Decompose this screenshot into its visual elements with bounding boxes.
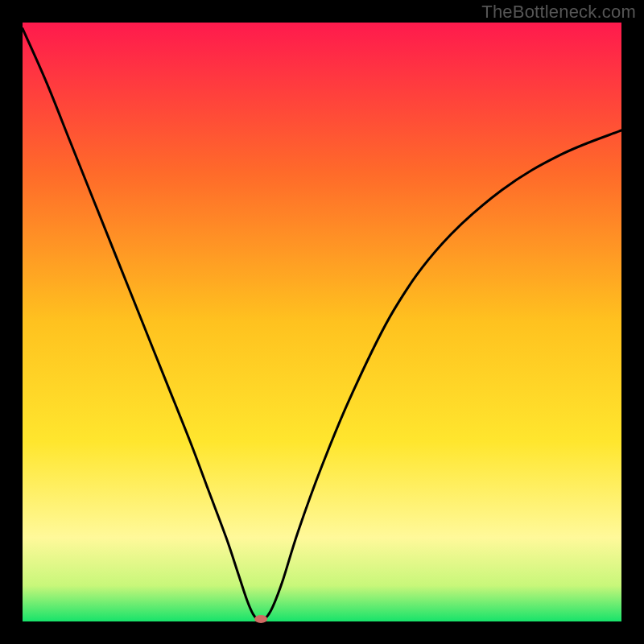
- chart-container: TheBottleneck.com: [0, 0, 644, 644]
- watermark-text: TheBottleneck.com: [481, 2, 636, 23]
- optimal-point-marker: [254, 615, 267, 623]
- plot-background: [23, 23, 621, 621]
- bottleneck-chart: [0, 0, 644, 644]
